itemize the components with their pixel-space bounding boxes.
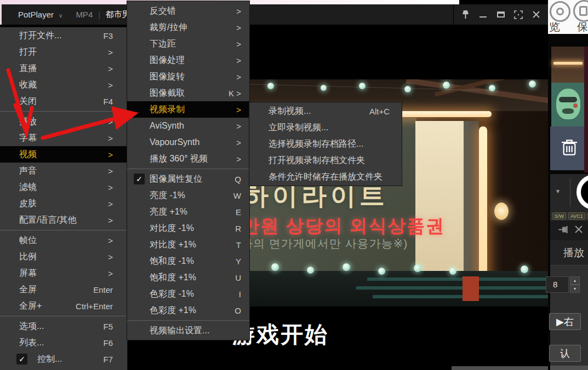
menu-item-1[interactable]: 打开> [0, 44, 127, 60]
menu-item-0[interactable]: 录制视频...Alt+C [249, 103, 402, 119]
menu-item-1[interactable]: 裁剪/拉伸> [127, 19, 249, 36]
right-button[interactable]: ▶右 [549, 313, 581, 330]
menu-item-13[interactable]: 亮度 +1%E [127, 204, 249, 220]
menu-item-3[interactable]: 图像处理> [127, 52, 249, 68]
menu-item-11[interactable]: 皮肤> [0, 195, 127, 212]
submenu-arrow-icon: > [108, 269, 113, 278]
menu-item-19[interactable]: 色彩度 +1%O [127, 302, 249, 319]
menu-item-7[interactable]: 字幕> [0, 130, 127, 146]
menu-item-3[interactable]: 收藏> [0, 77, 127, 93]
string-light-bulb [378, 268, 385, 275]
record-button[interactable] [576, 175, 588, 210]
menu-item-4[interactable]: 关闭F4 [0, 93, 127, 109]
submenu-arrow-icon: > [108, 199, 113, 209]
panel-pin-icon[interactable] [558, 226, 568, 235]
sunglasses-graphic [559, 97, 577, 102]
menu-item-label: 比例 [19, 251, 37, 263]
video-note-text: 라의 면가게에서만 사용가능※) [241, 236, 408, 251]
menu-item-label: VapourSynth [150, 137, 199, 147]
menu-item-12[interactable]: 配置/语言/其他> [0, 212, 127, 228]
railing-slat [356, 286, 548, 290]
menu-item-17[interactable]: 饱和度 +1%U [127, 269, 249, 286]
menu-item-6[interactable]: 视频录制> [127, 101, 249, 118]
trash-icon[interactable] [561, 138, 578, 159]
menu-item-22[interactable]: ✓控制...F7 [0, 351, 127, 367]
stepper-down-icon[interactable]: ▼ [570, 285, 580, 293]
menu-item-2[interactable]: 选择视频录制存档路径... [249, 136, 402, 152]
restore-button[interactable] [495, 9, 507, 21]
menu-item-label: 色彩度 +1% [150, 305, 196, 316]
minimize-button[interactable] [477, 9, 489, 21]
panel-close-icon[interactable] [575, 226, 583, 235]
menu-item-4[interactable]: 图像旋转> [127, 68, 249, 85]
preview-label: 览 [549, 20, 560, 34]
menu-item-21[interactable]: 视频输出设置... [127, 322, 249, 339]
menu-item-1[interactable]: 立即录制视频... [249, 119, 402, 136]
menu-item-3[interactable]: 打开视频录制存档文件夹 [249, 152, 402, 169]
menu-item-15[interactable]: 对比度 +1%T [127, 236, 249, 253]
menu-item-5[interactable]: 图像截取K > [127, 85, 249, 101]
menu-item-16[interactable]: 饱和度 -1%Y [127, 253, 249, 269]
menu-item-17[interactable]: 全屏Enter [0, 281, 127, 298]
menu-item-15[interactable]: 比例> [0, 248, 127, 265]
tab-play[interactable]: 播放 [550, 240, 588, 265]
menu-item-20[interactable]: 选项...F5 [0, 318, 127, 334]
stepper-up-icon[interactable]: ▲ [570, 276, 580, 285]
menu-item-label: 立即录制视频... [269, 122, 328, 134]
string-light-bulb [443, 82, 450, 89]
default-button[interactable]: 认 [549, 345, 581, 362]
badge-avc1: AVC1 [568, 212, 585, 219]
menu-item-8[interactable]: 视频> [0, 146, 127, 163]
app-name[interactable]: PotPlayer [18, 10, 54, 19]
toolbar-divider [570, 178, 570, 207]
menu-item-label: 对比度 -1% [150, 223, 194, 234]
chevron-down-icon[interactable]: ∨ [59, 13, 62, 19]
fullscreen-icon[interactable] [512, 9, 524, 21]
menu-item-0[interactable]: 反交错> [127, 3, 249, 19]
number-input[interactable]: 8 [546, 276, 569, 293]
menu-item-9[interactable]: 播放 360° 视频> [127, 151, 249, 167]
menu-item-12[interactable]: 亮度 -1%W [127, 187, 249, 204]
submenu-arrow-icon: > [236, 56, 241, 65]
menu-item-8[interactable]: VapourSynth> [127, 134, 249, 151]
menu-item-2[interactable]: 下边距> [127, 36, 249, 52]
shortcut-label: Enter [93, 285, 113, 294]
control-panel-body: 8 ▲ ▼ ▶右 认 [550, 266, 588, 370]
green-face-graphic [556, 89, 580, 119]
menu-item-18[interactable]: 色彩度 -1%I [127, 286, 249, 302]
menu-item-4[interactable]: 条件允许时储存在播放文件夹 [249, 169, 402, 185]
tab-play-label: 播放 [563, 246, 584, 260]
menu-item-2[interactable]: 直播> [0, 60, 127, 77]
badge-sw: S/W [552, 212, 566, 219]
menu-item-14[interactable]: 对比度 -1%R [127, 220, 249, 236]
menu-item-label: 选择视频录制存档路径... [269, 138, 363, 150]
mouth-graphic [562, 108, 574, 114]
recording-thumbnail-face[interactable] [551, 83, 585, 126]
submenu-arrow-icon: > [236, 138, 241, 147]
menu-item-label: 帧位 [19, 235, 37, 246]
recording-thumbnail-scene[interactable] [551, 47, 585, 83]
menu-item-10[interactable]: 滤镜> [0, 179, 127, 195]
string-light-bulb [359, 83, 366, 89]
dropdown-caret-icon[interactable]: ▼ [555, 188, 561, 194]
pin-icon[interactable] [459, 9, 471, 21]
submenu-arrow-icon: > [236, 23, 241, 32]
menu-item-7[interactable]: AviSynth> [127, 118, 249, 134]
menu-item-11[interactable]: ✓图像属性复位Q [127, 171, 249, 187]
menu-item-6[interactable]: 播放> [0, 113, 127, 130]
side-column: ▼ S/W AVC1 AAC 播放 8 [548, 34, 588, 370]
shortcut-label: K > [229, 89, 241, 98]
video-promo-text: 만원 상당의 외식상품권 [241, 214, 445, 239]
close-icon[interactable] [530, 9, 543, 21]
menu-item-18[interactable]: 全屏+Ctrl+Enter [0, 298, 127, 314]
menu-item-21[interactable]: 列表...F6 [0, 334, 127, 351]
menu-item-9[interactable]: 声音> [0, 163, 127, 179]
menu-item-label: 屏幕 [19, 268, 37, 279]
menu-item-16[interactable]: 屏幕> [0, 265, 127, 281]
menu-item-label: 图像属性复位 [150, 174, 202, 185]
shortcut-label: Y [236, 257, 241, 266]
menu-item-14[interactable]: 帧位> [0, 232, 127, 248]
shortcut-label: I [239, 290, 241, 299]
menu-item-0[interactable]: 打开文件...F3 [0, 27, 127, 44]
submenu-arrow-icon: > [108, 183, 113, 192]
